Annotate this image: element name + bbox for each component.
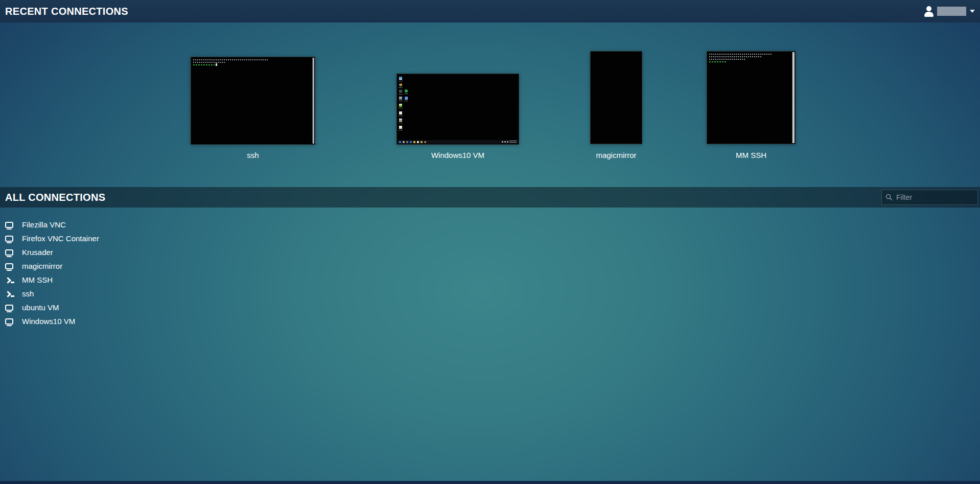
- monitor-icon: [5, 222, 13, 228]
- terminal-text-line: [193, 62, 225, 63]
- connection-row-ubuntu-vm[interactable]: ubuntu VM: [5, 301, 109, 314]
- taskbar-tray: [502, 141, 517, 143]
- recent-connection-thumbnail-windows10-vm[interactable]: [396, 74, 519, 145]
- caret-down-icon: [970, 10, 975, 13]
- terminal-cursor: [216, 63, 217, 66]
- thumbnail-scrollbar: [312, 58, 314, 144]
- terminal-icon: [5, 276, 14, 284]
- connection-row-mm-ssh[interactable]: MM SSH: [5, 273, 109, 287]
- connection-label: ssh: [22, 289, 34, 298]
- user-icon: [924, 6, 934, 17]
- terminal-text-line: [709, 59, 745, 60]
- connection-label: Windows10 VM: [22, 317, 75, 326]
- monitor-icon: [5, 249, 13, 256]
- recent-connection-label[interactable]: Windows10 VM: [396, 151, 519, 159]
- top-header-bar: RECENT CONNECTIONS: [0, 0, 980, 22]
- monitor-icon: [5, 305, 13, 311]
- recent-connection-thumbnail-ssh[interactable]: [191, 57, 315, 145]
- connection-label: Filezilla VNC: [22, 220, 66, 229]
- monitor-icon: [5, 318, 13, 325]
- filter-box[interactable]: [881, 190, 978, 205]
- terminal-text-line: [709, 56, 762, 57]
- recent-connections-title: RECENT CONNECTIONS: [5, 6, 128, 17]
- username-redacted: [937, 7, 966, 16]
- connection-row-magicmirror[interactable]: magicmirror: [5, 259, 109, 273]
- recent-connection-thumbnail-mm-ssh[interactable]: [707, 51, 796, 144]
- all-connections-title: ALL CONNECTIONS: [5, 192, 105, 203]
- recent-connection-label[interactable]: magicmirror: [590, 151, 642, 159]
- recent-connection-thumbnail-magicmirror[interactable]: [590, 51, 642, 144]
- connection-label: ubuntu VM: [22, 303, 59, 312]
- monitor-icon: [5, 236, 13, 242]
- terminal-text-line: [709, 54, 772, 55]
- windows-taskbar: [398, 140, 518, 144]
- connection-row-filezilla-vnc[interactable]: Filezilla VNC: [5, 218, 109, 232]
- all-connections-list: Filezilla VNC Firefox VNC Container Krus…: [5, 218, 109, 328]
- thumbnail-scrollbar: [792, 52, 795, 143]
- filter-input[interactable]: [896, 193, 974, 201]
- connection-row-ssh[interactable]: ssh: [5, 287, 109, 301]
- connection-label: Krusader: [22, 248, 53, 257]
- terminal-icon: [5, 290, 14, 297]
- terminal-text-line: [193, 59, 269, 60]
- connection-label: MM SSH: [22, 275, 53, 284]
- connection-label: magicmirror: [22, 262, 62, 270]
- connection-label: Firefox VNC Container: [22, 234, 99, 243]
- connection-row-windows10-vm[interactable]: Windows10 VM: [5, 314, 109, 328]
- recent-connection-label[interactable]: ssh: [191, 151, 315, 159]
- terminal-prompt-line: [193, 64, 215, 65]
- recent-connection-label[interactable]: MM SSH: [707, 151, 796, 159]
- all-connections-header-bar: ALL CONNECTIONS: [0, 187, 980, 208]
- connection-row-firefox-vnc-container[interactable]: Firefox VNC Container: [5, 232, 109, 245]
- user-menu-button[interactable]: [923, 4, 976, 19]
- connection-row-krusader[interactable]: Krusader: [5, 245, 109, 259]
- monitor-icon: [5, 263, 13, 269]
- bottom-edge-strip: [0, 481, 980, 484]
- magnifier-icon: [885, 194, 893, 201]
- terminal-prompt-line: [709, 61, 727, 62]
